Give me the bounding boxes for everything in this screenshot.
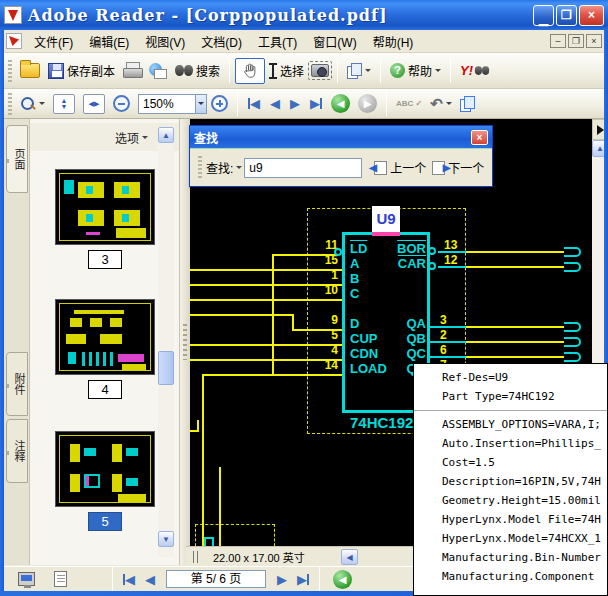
status-next-page-button[interactable]: ▶ xyxy=(272,570,292,589)
menu-window[interactable]: 窗口(W) xyxy=(305,30,364,53)
spellcheck-icon: ABC xyxy=(396,99,422,108)
wire xyxy=(466,326,564,328)
tab-comments[interactable]: 注释 xyxy=(6,419,28,483)
last-page-button[interactable]: ▶ xyxy=(305,94,327,113)
sidebar-scroll-down-icon[interactable]: ▼ xyxy=(158,531,174,547)
pin-number: 6 xyxy=(440,343,470,357)
adobe-reader-app-icon xyxy=(4,6,22,24)
thumbnail-page-4[interactable]: 4 xyxy=(52,299,158,399)
save-copy-button[interactable]: 保存副本 xyxy=(44,60,119,81)
options-menu[interactable]: 选项 xyxy=(115,129,139,146)
status-previous-page-button[interactable]: ◀ xyxy=(140,570,160,589)
forward-icon: ▶ xyxy=(358,94,377,113)
menu-file[interactable]: 文件(F) xyxy=(26,30,81,53)
inversion-bubble xyxy=(428,247,436,255)
zoom-value[interactable]: 150% xyxy=(138,94,196,114)
splitter-handle-icon[interactable] xyxy=(190,550,199,564)
pin-number: 13 xyxy=(444,238,474,252)
wire xyxy=(466,341,564,343)
pin-name: CDN xyxy=(350,346,378,361)
help-button[interactable]: 帮助 xyxy=(386,60,445,81)
tooltip-line: Geometry.Height=15.00mil xyxy=(414,495,607,506)
net-connector-icon xyxy=(564,262,581,272)
pages-panel: 选项 ✕ xyxy=(30,119,180,565)
doc-close-button[interactable]: × xyxy=(586,34,602,48)
toolbar-grip[interactable] xyxy=(8,60,12,82)
open-folder-icon xyxy=(20,63,40,78)
previous-page-button[interactable]: ◀ xyxy=(265,94,285,113)
next-view-button[interactable]: ▶ xyxy=(354,92,381,115)
snapshot-button[interactable] xyxy=(308,61,332,80)
spellcheck-button[interactable]: ABC xyxy=(392,97,426,110)
yahoo-search-button[interactable]: Y! xyxy=(456,61,495,80)
net-connector-icon xyxy=(564,337,581,347)
help-icon xyxy=(390,63,405,78)
tab-attachments[interactable]: 附件 xyxy=(6,352,28,416)
minimize-button[interactable]: ▁ xyxy=(533,5,554,26)
toolbar-separator xyxy=(337,59,338,83)
previous-view-button[interactable]: ◀ xyxy=(327,92,354,115)
dropdown-caret-icon[interactable] xyxy=(236,166,242,172)
sidebar-scrollbar-thumb[interactable] xyxy=(158,351,174,385)
toolbar-grip xyxy=(198,156,202,180)
find-close-icon[interactable]: × xyxy=(471,130,488,145)
status-last-page-button[interactable]: ▶ xyxy=(292,570,314,589)
zoom-level-combo[interactable]: 150% xyxy=(134,92,207,116)
copy-button[interactable] xyxy=(456,94,479,113)
single-page-layout-button[interactable] xyxy=(48,569,72,589)
status-first-page-button[interactable]: ◀ xyxy=(118,570,140,589)
highlight-marker xyxy=(372,232,400,236)
next-page-button[interactable]: ▶ xyxy=(285,94,305,113)
page-number-input[interactable]: 第 5/ 6 页 xyxy=(166,570,266,588)
maximize-button[interactable]: ❐ xyxy=(556,5,577,26)
email-button[interactable] xyxy=(145,61,171,81)
status-previous-view-button[interactable]: ◀ xyxy=(333,570,352,589)
open-button[interactable] xyxy=(16,61,44,80)
pin-name: A xyxy=(350,256,359,271)
close-button[interactable]: × xyxy=(579,5,604,26)
pin-name: CAR xyxy=(386,256,426,271)
undo-button[interactable] xyxy=(426,93,456,115)
chip-part-number: 74HC192 xyxy=(350,414,413,431)
thumbnail-page-5[interactable]: 5 xyxy=(52,431,158,531)
zoom-out-button[interactable] xyxy=(109,93,134,114)
doc-restore-button[interactable]: ❐ xyxy=(568,34,584,48)
dropdown-caret-icon xyxy=(39,102,45,108)
thumbnail-page-3[interactable]: 3 xyxy=(52,169,158,269)
find-next-button[interactable]: 下一个 xyxy=(448,159,484,176)
scroll-left-icon[interactable]: ◀ xyxy=(341,549,358,565)
menu-bar: 文件(F) 编辑(E) 视图(V) 文档(D) 工具(T) 窗口(W) 帮助(H… xyxy=(4,30,604,53)
tab-grip xyxy=(7,159,11,163)
menu-edit[interactable]: 编辑(E) xyxy=(81,30,137,53)
find-previous-button[interactable]: 上一个 xyxy=(390,159,426,176)
pin-name: C xyxy=(350,286,359,301)
zoom-in-button[interactable] xyxy=(207,93,232,114)
hand-tool-button[interactable] xyxy=(235,58,265,84)
menu-help[interactable]: 帮助(H) xyxy=(365,30,422,53)
tab-pages[interactable]: 页面 xyxy=(6,125,28,193)
zoom-tool-button[interactable] xyxy=(16,94,49,114)
find-input[interactable]: u9 xyxy=(244,158,362,178)
search-button[interactable]: 搜索 xyxy=(171,60,224,81)
print-button[interactable] xyxy=(119,60,145,81)
pin-number: 1 xyxy=(308,268,338,282)
sidebar-scroll-up-icon[interactable]: ▲ xyxy=(158,127,174,143)
menu-tools[interactable]: 工具(T) xyxy=(250,30,305,53)
fit-width-button[interactable]: ◀▶ xyxy=(79,92,109,116)
toolbar-grip[interactable] xyxy=(8,93,12,115)
zoom-dropdown-button[interactable] xyxy=(196,94,207,114)
menu-document[interactable]: 文档(D) xyxy=(193,30,250,53)
select-tool-button[interactable]: 选择 xyxy=(265,60,308,81)
fullscreen-button[interactable] xyxy=(14,569,38,589)
thumbnail-image xyxy=(55,299,155,375)
search-label: 搜索 xyxy=(196,62,220,79)
tab-pages-label: 页面 xyxy=(11,148,27,170)
find-dialog-titlebar[interactable]: 查找 × xyxy=(190,126,492,148)
sidebar-scrollbar[interactable] xyxy=(158,127,174,557)
menu-view[interactable]: 视图(V) xyxy=(137,30,193,53)
first-page-button[interactable]: ◀ xyxy=(243,94,265,113)
doc-minimize-button[interactable]: – xyxy=(550,34,566,48)
pin-name: CUP xyxy=(350,331,377,346)
page-display-button[interactable] xyxy=(343,61,375,80)
fit-page-button[interactable]: ▲▼ xyxy=(49,92,79,116)
